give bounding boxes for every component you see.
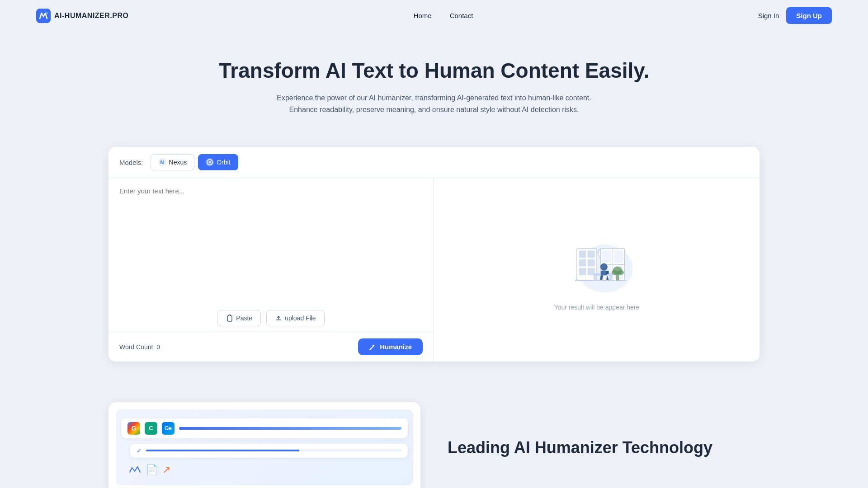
- bottom-image: G C Ge ✓ 📄 ↗: [108, 402, 420, 488]
- card-footer: Word Count: 0 Humanize: [108, 332, 434, 361]
- svg-point-28: [600, 263, 608, 271]
- svg-rect-30: [606, 271, 609, 274]
- svg-point-34: [618, 270, 624, 275]
- svg-rect-4: [227, 316, 232, 321]
- svg-rect-21: [614, 250, 623, 263]
- svg-rect-9: [588, 251, 595, 258]
- nav-contact[interactable]: Contact: [450, 12, 473, 19]
- main-card: Models: N Nexus Orbit: [108, 147, 760, 361]
- header: AI-HUMANIZER.PRO Home Contact Sign In Si…: [0, 0, 868, 31]
- card-header: Models: N Nexus Orbit: [108, 147, 760, 178]
- text-input[interactable]: [119, 187, 423, 277]
- sign-up-button[interactable]: Sign Up: [786, 7, 832, 24]
- models-label: Models:: [119, 159, 143, 166]
- svg-point-1: [46, 12, 48, 14]
- svg-rect-20: [602, 250, 611, 263]
- model-nexus-tab[interactable]: N Nexus: [151, 154, 195, 170]
- svg-rect-12: [579, 268, 586, 276]
- clipboard-icon: [226, 314, 233, 322]
- logo-icon: [36, 9, 51, 23]
- word-count-value: 0: [156, 343, 160, 351]
- humanize-button[interactable]: Humanize: [358, 338, 423, 355]
- auth-buttons: Sign In Sign Up: [758, 7, 832, 24]
- right-pane: Your result will be appear here: [434, 178, 760, 361]
- text-area-wrapper: [108, 178, 434, 305]
- action-buttons: Paste upload File: [108, 305, 434, 332]
- model-orbit-tab[interactable]: Orbit: [198, 154, 238, 170]
- model-tabs: N Nexus Orbit: [151, 154, 238, 170]
- svg-rect-11: [588, 259, 595, 267]
- left-pane: Paste upload File Word Count: 0: [108, 178, 434, 361]
- card-body: Paste upload File Word Count: 0: [108, 178, 760, 361]
- orbit-icon: [206, 158, 214, 166]
- svg-point-3: [209, 161, 211, 163]
- hero-title: Transform AI Text to Human Content Easil…: [36, 58, 832, 83]
- result-placeholder: Your result will be appear here: [554, 304, 640, 311]
- hero-subtitle: Experience the power of our AI humanizer…: [271, 92, 597, 115]
- sign-in-button[interactable]: Sign In: [758, 12, 779, 19]
- logo: AI-HUMANIZER.PRO: [36, 9, 128, 23]
- main-nav: Home Contact: [414, 12, 473, 19]
- nav-home[interactable]: Home: [414, 12, 432, 19]
- svg-rect-26: [594, 276, 596, 281]
- wand-icon: [369, 343, 376, 351]
- bottom-heading: Leading AI Humanizer Technology: [448, 438, 760, 457]
- bottom-text-section: Leading AI Humanizer Technology: [448, 438, 760, 457]
- hero-section: Transform AI Text to Human Content Easil…: [0, 31, 868, 133]
- svg-rect-10: [579, 259, 586, 267]
- svg-rect-8: [579, 251, 586, 258]
- word-count: Word Count: 0: [119, 343, 160, 351]
- bottom-image-inner: G C Ge ✓ 📄 ↗: [116, 409, 413, 485]
- svg-rect-27: [609, 276, 612, 281]
- svg-point-33: [612, 270, 618, 275]
- waiting-illustration: [556, 229, 637, 296]
- upload-icon: [275, 314, 282, 322]
- paste-button[interactable]: Paste: [217, 310, 261, 326]
- upload-button[interactable]: upload File: [266, 310, 325, 326]
- bottom-section: G C Ge ✓ 📄 ↗ Leading AI: [0, 375, 868, 488]
- nexus-icon: N: [158, 158, 166, 166]
- logo-text: AI-HUMANIZER.PRO: [54, 12, 128, 20]
